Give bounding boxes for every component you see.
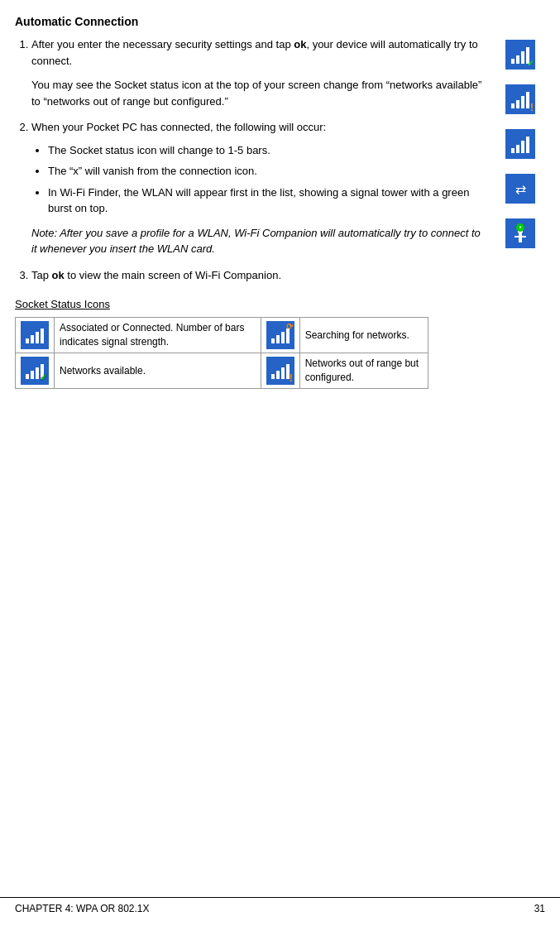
step3-intro: Tap [31,269,52,281]
bar-o1 [271,374,275,379]
bar-o3 [281,367,285,379]
bullet-1: The Socket status icon will change to 1-… [48,142,487,159]
socket-status-title: Socket Status Icons [15,298,487,310]
bar-s1 [271,338,275,343]
bar-o2 [276,371,280,379]
step1-para2: You may see the Socket status icon at th… [31,77,487,109]
desc-text-2: Searching for networks. [305,329,409,341]
step1-text: After you enter the necessary security s… [31,36,487,69]
arrows-symbol: ⇄ [515,181,526,197]
exclaim-overlay: ! [290,372,293,384]
page-number: 31 [534,903,545,914]
icon-cell-1 [16,318,55,353]
side-exclaim: ! [530,101,534,113]
check-overlay: ✓ [40,372,47,383]
svg-rect-1 [515,236,526,237]
wifi-searching-icon: ⟳ [266,321,294,349]
socket-table: Associated or Connected. Number of bars … [15,317,428,389]
sb32 [516,145,519,153]
bar-4 [41,329,44,343]
sb22 [516,100,519,108]
sb1 [511,59,515,64]
icon-cell-4: ! [261,353,299,389]
wifi-connected-icon [21,321,49,349]
side-wifi-check-icon: ✓ [505,40,535,70]
bar-s2 [276,335,280,343]
desc-cell-4: Networks out of range but configured. [299,353,428,389]
step-2: When your Pocket PC has connected, the f… [31,119,487,257]
side-connected-icon [505,129,535,159]
page-content: Automatic Connection After you enter the… [0,0,560,422]
step-3: Tap ok to view the main screen of Wi-Fi … [31,267,487,284]
signal-bars [26,327,44,343]
side-check: ✓ [527,59,534,68]
desc-cell-1: Associated or Connected. Number of bars … [55,318,261,353]
sb2 [516,55,519,64]
signal-bars-4 [271,362,290,379]
steps-list: After you enter the necessary security s… [15,36,487,283]
side-icons-column: ✓ ! [495,15,545,389]
icon-cell-2: ⟳ [261,318,299,353]
chapter-label: CHAPTER 4: WPA OR 802.1X [15,903,150,914]
text-column: Automatic Connection After you enter the… [15,15,495,389]
bar-2 [31,335,34,343]
step-1: After you enter the necessary security s… [31,36,487,109]
bullet-3: In Wi-Fi Finder, the WLAN will appear fi… [48,185,487,217]
desc-text-1: Associated or Connected. Number of bars … [60,322,244,348]
socket-icons-section: Socket Status Icons [15,298,487,389]
sb33 [521,141,524,153]
main-layout: Automatic Connection After you enter the… [15,15,545,389]
side-arrows-icon: ⇄ [505,174,535,204]
search-overlay: ⟳ [286,322,293,331]
sb31 [511,148,515,153]
desc-cell-2: Searching for networks. [299,318,428,353]
desc-cell-3: Networks available. [55,353,261,389]
table-row: ✓ Networks available. [16,353,428,389]
icon-cell-3: ✓ [16,353,55,389]
page-title: Automatic Connection [15,15,487,28]
sb21 [511,103,515,108]
desc-text-4: Networks out of range but configured. [305,357,419,383]
bar-a3 [36,367,39,379]
sb3 [521,51,524,64]
side-outofrange-icon: ! [505,84,535,114]
svg-text:*: * [519,225,522,231]
table-row: Associated or Connected. Number of bars … [16,318,428,353]
step1-intro: After you enter the necessary security s… [31,38,294,50]
step1-ok: ok [294,38,306,50]
sb23 [521,96,524,108]
side-bars-3 [511,135,529,153]
bar-s3 [281,332,285,343]
wifi-outofrange-icon: ! [266,357,294,385]
footer: CHAPTER 4: WPA OR 802.1X 31 [0,897,560,914]
sb24 [526,92,529,108]
note-text: Note: After you save a profile for a WLA… [31,225,487,257]
sb34 [526,137,529,153]
step3-ok: ok [52,269,65,281]
tower-svg: * [508,221,533,246]
wifi-available-icon: ✓ [21,357,49,385]
desc-text-3: Networks available. [60,365,146,377]
bar-3 [36,332,39,343]
side-tower-icon: * [505,218,535,248]
bullets-list: The Socket status icon will change to 1-… [31,142,487,217]
step2-intro: When your Pocket PC has connected, the f… [31,121,326,133]
side-bars-2 [511,90,529,108]
bar-a2 [31,371,34,379]
bar-1 [26,338,29,343]
step3-rest: to view the main screen of Wi-Fi Compani… [65,269,281,281]
bullet-2: The “x” will vanish from the connection … [48,163,487,180]
bar-a1 [26,374,29,379]
